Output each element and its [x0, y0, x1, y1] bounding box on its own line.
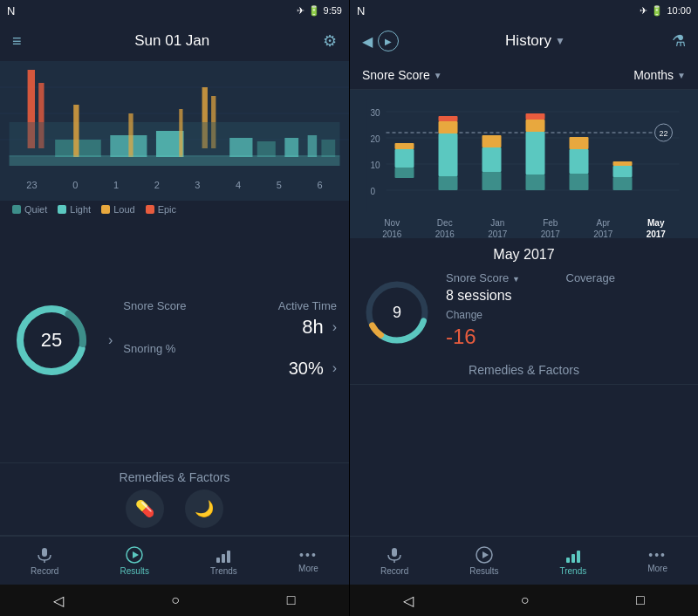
android-nav-right: ◁ ○ □	[350, 585, 698, 616]
snore-score-filter[interactable]: Snore Score ▼	[362, 68, 442, 82]
snore-donut: 25	[12, 301, 91, 380]
months-filter-label: Months	[633, 68, 674, 82]
nav-record-left[interactable]: Record	[31, 545, 58, 576]
svg-rect-47	[439, 133, 458, 176]
svg-rect-19	[179, 109, 182, 157]
change-label-row: Change	[446, 307, 686, 321]
snore-chevron[interactable]: ›	[108, 332, 113, 348]
snoring-percent-value: 30%	[289, 359, 324, 379]
bar-chart-svg: 30 20 10 0 22	[362, 99, 686, 212]
months-filter[interactable]: Months ▼	[633, 68, 686, 82]
android-nav-left: ◁ ○ □	[0, 585, 349, 616]
svg-rect-60	[613, 177, 633, 190]
light-label: Light	[70, 204, 91, 215]
legend-loud: Loud	[101, 204, 134, 215]
svg-rect-28	[216, 558, 220, 563]
svg-rect-56	[526, 113, 545, 120]
remedies-right[interactable]: Remedies & Factors	[350, 356, 698, 385]
month-donut: 9	[362, 277, 432, 347]
quiet-dot	[12, 205, 21, 214]
history-dropdown-arrow[interactable]: ▼	[555, 35, 565, 47]
filter-icon[interactable]: ⚗	[672, 31, 686, 51]
nav-more-right[interactable]: ••• More	[647, 548, 667, 573]
svg-rect-57	[570, 174, 589, 190]
legend-quiet: Quiet	[12, 204, 47, 215]
coverage-label-row: Snore Score ▼ Coverage	[446, 271, 686, 284]
nav-results-right[interactable]: Results	[469, 545, 498, 576]
month-right-stats: Snore Score ▼ Coverage 8 sessions Change…	[446, 271, 686, 352]
svg-marker-27	[133, 551, 139, 558]
back-icon-right[interactable]: ◀	[362, 33, 373, 50]
status-bar-right: N ✈ 🔋 10:00	[350, 0, 698, 21]
bottom-nav-left: Record Results Trends ••• More	[0, 536, 349, 585]
airplane-icon-right: ✈	[640, 5, 647, 17]
airplane-icon-left: ✈	[297, 5, 305, 17]
nura-logo-right: N	[357, 4, 365, 17]
time-left: 9:59	[324, 5, 342, 16]
bottom-nav-right: Record Results Trends ••• More	[350, 536, 698, 585]
play-icon-left	[125, 545, 144, 565]
active-time-label[interactable]: Active Time	[278, 299, 337, 312]
back-btn-left[interactable]: ◁	[53, 592, 64, 609]
svg-rect-55	[526, 120, 545, 132]
nav-more-left[interactable]: ••• More	[298, 548, 318, 573]
nav-trends-left[interactable]: Trends	[210, 545, 237, 576]
svg-text:30: 30	[371, 108, 381, 118]
nura-logo: N	[7, 4, 15, 17]
month-metrics: 9 Snore Score ▼ Coverage 8 sessions Chan…	[350, 268, 698, 356]
active-time-value-row: 8h ›	[123, 316, 337, 339]
back-btn-right[interactable]: ◁	[403, 592, 414, 609]
play-icon-right[interactable]: ▶	[378, 31, 399, 51]
light-dot	[58, 205, 66, 214]
active-time-chevron[interactable]: ›	[332, 319, 337, 335]
quiet-label: Quiet	[24, 204, 47, 215]
svg-rect-70	[566, 558, 570, 563]
history-title-group: History ▼	[505, 32, 565, 50]
svg-rect-66	[392, 548, 397, 557]
coverage-label: Coverage	[566, 271, 687, 284]
svg-rect-46	[439, 176, 458, 190]
remedies-left[interactable]: Remedies & Factors 💊 🌙	[0, 463, 349, 536]
change-value: -16	[446, 325, 476, 349]
svg-rect-62	[613, 161, 633, 166]
home-btn-left[interactable]: ○	[171, 592, 180, 608]
nav-results-left[interactable]: Results	[120, 545, 149, 576]
settings-icon[interactable]: ⚙	[323, 31, 337, 51]
nav-trends-right[interactable]: Trends	[559, 545, 586, 576]
remedy-icon-1: 💊	[126, 489, 164, 528]
nav-trends-label-right: Trends	[559, 566, 586, 576]
snore-filter-arrow: ▼	[434, 71, 442, 80]
recent-btn-right[interactable]: □	[636, 592, 645, 608]
nav-trends-label-left: Trends	[210, 566, 237, 576]
svg-text:22: 22	[659, 129, 667, 138]
svg-rect-58	[570, 149, 589, 174]
active-time-value: 8h	[302, 316, 323, 339]
nav-record-label-right: Record	[380, 566, 408, 576]
nav-results-label-left: Results	[120, 566, 149, 576]
bar-label-apr: Apr2017	[593, 217, 612, 240]
svg-rect-14	[284, 138, 298, 157]
battery-icon-left: 🔋	[308, 5, 320, 17]
menu-icon[interactable]: ≡	[12, 32, 22, 51]
nav-record-right[interactable]: Record	[380, 545, 408, 576]
svg-rect-17	[73, 105, 79, 157]
svg-rect-53	[526, 175, 545, 190]
recent-btn-left[interactable]: □	[287, 592, 296, 608]
bar-label-may: May2017	[647, 217, 666, 240]
snoring-chevron[interactable]: ›	[332, 360, 337, 376]
mic-icon-left	[35, 545, 54, 565]
nav-record-label-left: Record	[31, 566, 58, 576]
remedy-icons-left: 💊 🌙	[12, 489, 337, 528]
home-btn-right[interactable]: ○	[521, 592, 530, 608]
svg-rect-44	[395, 149, 414, 168]
sleep-chart-svg	[0, 61, 349, 175]
legend-light: Light	[58, 204, 91, 215]
snore-score-label[interactable]: Snore Score	[123, 299, 186, 312]
sessions-value: 8 sessions	[446, 288, 512, 304]
nav-more-label-right: More	[647, 564, 667, 573]
chart-time-labels: 23 0 1 2 3 4 5 6	[0, 178, 349, 190]
snore-score-month-label[interactable]: Snore Score ▼	[446, 271, 566, 284]
svg-marker-69	[482, 551, 489, 558]
svg-rect-15	[308, 135, 318, 157]
trends-icon-right	[564, 545, 583, 565]
